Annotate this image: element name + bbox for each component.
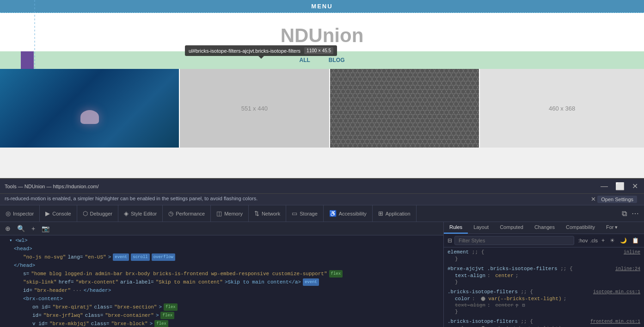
badge-event-1[interactable]: event <box>113 253 129 261</box>
badge-scroll[interactable]: scroll <box>131 253 149 261</box>
badge-flex-2[interactable]: flex <box>164 303 178 311</box>
css-tab-compatibility[interactable]: Compatibility <box>560 222 601 234</box>
css-prop-text-align-2: text-align : center ; <box>448 272 640 279</box>
menu-bar: MENU <box>0 0 644 13</box>
tab-debugger[interactable]: ⬡ Debugger <box>77 205 118 222</box>
css-source-4[interactable]: frontend.min.css:1 <box>590 319 640 324</box>
css-tab-layout[interactable]: Layout <box>468 222 494 234</box>
search-markup-button[interactable]: 🔍 <box>15 224 27 233</box>
tab-network[interactable]: ⇅ Network <box>249 205 286 222</box>
css-prop-color-4: color : var(--bricks-text-light) ; ⊟ <box>448 325 640 327</box>
tab-console[interactable]: ▶ Console <box>40 205 77 222</box>
html-line-header[interactable]: id= "brx-header" ··· </header> <box>0 286 443 295</box>
css-source-3[interactable]: isotope.min.css:1 <box>593 290 640 295</box>
css-source-2[interactable]: inline:24 <box>615 266 640 271</box>
css-panel: Rules Layout Computed Changes Compatibil… <box>444 222 644 327</box>
css-rule-element: element ;; { inline } <box>444 249 644 262</box>
maximize-button[interactable]: ⬜ <box>614 182 626 191</box>
css-closing-brace-1: } <box>448 256 640 262</box>
devtools-info-bar: Open Settings ✕ rs-reduced-motion is ena… <box>0 194 644 205</box>
memory-icon: ◫ <box>216 210 222 217</box>
screenshot-button[interactable]: 📷 <box>39 224 52 233</box>
badge-flex-3[interactable]: flex <box>160 312 174 319</box>
hov-modifier[interactable]: :hov <box>578 238 588 243</box>
open-settings-button[interactable]: Open Settings <box>597 196 637 203</box>
html-line-section[interactable]: on id= "brxe-qiratj" class= "brxe-sectio… <box>0 303 443 311</box>
css-tab-for[interactable]: For ▾ <box>601 222 624 234</box>
html-line-close-head[interactable]: </head> <box>0 261 443 270</box>
color-swatch-1 <box>481 296 485 301</box>
tab-memory-label: Memory <box>224 211 243 216</box>
screenshot-css-button[interactable]: 📋 <box>631 237 640 244</box>
html-line-container[interactable]: id= "brxe-jrflwq" class= "brxe-container… <box>0 311 443 320</box>
css-rule-frontend: .bricks-isotope-filters ;; { frontend.mi… <box>444 319 644 327</box>
html-line-brx-content[interactable]: <brx-content> <box>0 295 443 303</box>
tab-style-editor[interactable]: ◈ Style Editor <box>118 205 163 222</box>
html-line-body-classes[interactable]: s= "home blog logged-in admin-bar brx-bo… <box>0 270 443 278</box>
devtools-panel: Tools — NDUnion — https://ndunion.com/ —… <box>0 178 644 327</box>
placeholder-label-2: 460 x 368 <box>549 105 575 112</box>
css-tab-changes[interactable]: Changes <box>529 222 560 234</box>
css-rules-content[interactable]: element ;; { inline } #brxe-ajcjvt .bric… <box>444 247 644 327</box>
css-toolbar: ⊟ :hov .cls + ☀ 🌙 📋 <box>444 234 644 247</box>
badge-flex-1[interactable]: flex <box>329 270 343 278</box>
images-grid: 551 x 440 460 x 368 <box>0 69 644 148</box>
tab-memory[interactable]: ◫ Memory <box>211 205 249 222</box>
badge-overflow[interactable]: overflow <box>152 253 175 261</box>
html-line-wl[interactable]: ▾ <wl> <box>0 236 443 245</box>
filter-tab-all[interactable]: ALL <box>297 56 313 64</box>
image-2: 551 x 440 <box>180 69 329 148</box>
html-line-skip-link[interactable]: "skip-link" href= "#brx-content" aria-la… <box>0 278 443 286</box>
badge-event-2[interactable]: event <box>303 278 319 286</box>
badge-flex-4[interactable]: flex <box>154 320 168 327</box>
html-panel: ⊕ 🔍 + 📷 ▾ <wl> <head> "no-js no-svg" lan… <box>0 222 444 327</box>
tab-application[interactable]: ⊞ Application <box>373 205 417 222</box>
pick-element-button[interactable]: ⊕ <box>3 224 13 233</box>
css-tab-rules[interactable]: Rules <box>444 222 468 234</box>
css-tab-computed[interactable]: Computed <box>494 222 529 234</box>
tab-performance[interactable]: ◷ Performance <box>163 205 211 222</box>
filter-styles-input[interactable] <box>454 236 574 245</box>
css-source-1[interactable]: inline <box>624 250 640 255</box>
inspector-icon: ◎ <box>6 210 11 217</box>
css-selector-line-1: element ;; { inline <box>448 249 640 255</box>
minimize-button[interactable]: — <box>599 182 609 191</box>
filter-tab-blog[interactable]: BLOG <box>326 56 347 64</box>
browser-viewport: MENU NDUnion ul#bricks-isotope-filters-a… <box>0 0 644 178</box>
css-closing-brace-3: } <box>448 308 640 315</box>
tab-style-editor-label: Style Editor <box>131 211 157 216</box>
lightbulb-button[interactable]: ☀ <box>608 237 616 244</box>
menu-text: MENU <box>311 3 332 10</box>
html-content[interactable]: ▾ <wl> <head> "no-js no-svg" lang= "en-U… <box>0 235 443 327</box>
element-tooltip: ul#bricks-isotope-filters-ajcjvt.bricks-… <box>185 45 337 56</box>
storage-icon: ▭ <box>292 210 297 217</box>
cls-modifier[interactable]: .cls <box>590 238 598 243</box>
info-bar-text: rs-reduced-motion is enabled, a simpler … <box>5 196 258 201</box>
css-prop-text-align-3: text-align : center ; ⊟ <box>448 302 640 308</box>
tag-wl: ▾ <wl> <box>9 237 28 244</box>
close-button[interactable]: ✕ <box>631 182 639 191</box>
add-rule-button[interactable]: + <box>600 237 606 244</box>
css-tabs: Rules Layout Computed Changes Compatibil… <box>444 222 644 234</box>
override-indicator-3: ⊟ <box>522 302 525 308</box>
image-1 <box>0 69 179 148</box>
close-info-button[interactable]: ✕ <box>591 196 596 203</box>
tab-accessibility[interactable]: ♿ Accessibility <box>324 205 373 222</box>
css-rule-isotope: .bricks-isotope-filters ;; { isotope.min… <box>444 289 644 315</box>
css-rule-brxe: #brxe-ajcjvt .bricks-isotope-filters ;; … <box>444 266 644 285</box>
html-line-block[interactable]: v id= "brxe-mkbjqj" class= "brxe-block" … <box>0 320 443 327</box>
application-icon: ⊞ <box>378 210 383 217</box>
more-options-button[interactable]: ⋯ <box>630 209 640 218</box>
dark-mode-button[interactable]: 🌙 <box>619 237 628 244</box>
image-4: 460 x 368 <box>480 69 644 148</box>
new-rule-button[interactable]: + <box>29 224 37 233</box>
tab-inspector[interactable]: ◎ Inspector <box>0 205 40 222</box>
html-line-head[interactable]: <head> <box>0 245 443 253</box>
tooltip-selector: ul#bricks-isotope-filters-ajcjvt.bricks-… <box>189 48 301 54</box>
css-prop-color-3: color : var(--bricks-text-light) ; <box>448 296 640 302</box>
html-toolbar: ⊕ 🔍 + 📷 <box>0 222 443 235</box>
tab-debugger-label: Debugger <box>90 211 112 216</box>
html-line-body[interactable]: "no-js no-svg" lang= "en-US" > event scr… <box>0 253 443 261</box>
dock-button[interactable]: ⧉ <box>620 210 628 218</box>
tab-storage[interactable]: ▭ Storage <box>286 205 324 222</box>
